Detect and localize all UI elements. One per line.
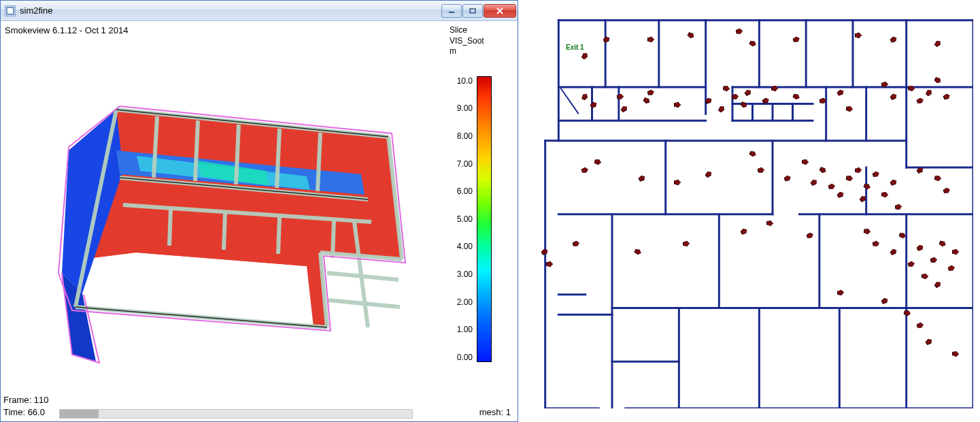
- agent-marker: [846, 175, 854, 182]
- agent-marker: [748, 150, 756, 158]
- agent-marker: [858, 195, 867, 204]
- agent-marker: [686, 31, 695, 39]
- progress-fill: [60, 410, 99, 418]
- agent-marker: [837, 88, 845, 97]
- agent-marker: [603, 35, 611, 44]
- agent-marker: [744, 88, 753, 97]
- progress-bar[interactable]: [59, 409, 413, 419]
- legend-unit: m: [450, 46, 511, 57]
- tick: 7.00: [450, 159, 473, 169]
- agent-marker: [634, 248, 642, 256]
- maximize-icon: [469, 8, 476, 14]
- window-buttons: [441, 4, 516, 18]
- agent-marker: [674, 102, 681, 108]
- svg-line-19: [195, 120, 198, 181]
- agent-marker: [647, 37, 654, 42]
- legend-title: Slice: [450, 25, 511, 36]
- visibility-slice[interactable]: [28, 69, 409, 368]
- agent-marker: [819, 166, 828, 174]
- agent-marker: [748, 40, 756, 48]
- agent-marker: [872, 171, 880, 178]
- tick: 10.0: [450, 76, 473, 86]
- frame-info: Frame: 110 Time: 66.0: [3, 394, 48, 419]
- tick: 3.00: [450, 270, 473, 279]
- agent-marker: [864, 228, 871, 235]
- svg-line-21: [277, 129, 280, 188]
- agent-marker: [581, 167, 589, 174]
- agent-marker: [647, 89, 655, 96]
- titlebar[interactable]: sim2fine: [1, 1, 518, 21]
- svg-line-28: [333, 221, 334, 258]
- agent-marker: [674, 180, 681, 185]
- agent-marker: [907, 261, 915, 267]
- agent-marker: [881, 192, 889, 198]
- tick: 4.00: [450, 242, 473, 251]
- agent-marker: [620, 105, 629, 114]
- agent-marker: [846, 106, 854, 112]
- close-icon: [496, 7, 504, 14]
- agent-marker: [890, 178, 898, 186]
- svg-line-26: [224, 212, 225, 250]
- window-title: sim2fine: [20, 5, 441, 16]
- minimize-button[interactable]: [441, 4, 462, 18]
- agent-marker: [934, 280, 943, 289]
- agent-marker: [943, 187, 951, 195]
- agent-marker: [903, 310, 911, 316]
- agent-marker: [572, 240, 580, 247]
- mesh-label: mesh: 1: [479, 407, 511, 417]
- agent-marker: [722, 85, 730, 92]
- agent-marker: [758, 167, 765, 174]
- agent-marker: [873, 240, 880, 247]
- svg-rect-1: [470, 9, 475, 13]
- tick: 0.00: [450, 353, 473, 362]
- tick: 6.00: [450, 186, 473, 196]
- legend-variable: VIS_Soot: [450, 36, 511, 47]
- agent-marker: [934, 76, 943, 84]
- evacuation-panel: Exit 1: [518, 0, 980, 422]
- legend: Slice VIS_Soot m 10.0 9.00 8.00 7.00 6.0…: [450, 25, 511, 362]
- agent-marker: [541, 248, 550, 256]
- agent-marker: [916, 244, 925, 252]
- agent-marker: [771, 86, 778, 91]
- agent-marker: [820, 97, 827, 104]
- agent-marker: [890, 35, 898, 44]
- agent-marker: [810, 178, 819, 186]
- agent-marker: [947, 265, 955, 272]
- agent-marker: [616, 94, 624, 100]
- agent-marker: [802, 159, 809, 165]
- agent-marker: [921, 274, 928, 280]
- agent-marker: [890, 248, 898, 256]
- agents-layer: [532, 7, 973, 415]
- agent-marker: [581, 52, 590, 61]
- time-label: Time: 66.0: [3, 406, 48, 419]
- agent-marker: [828, 183, 836, 190]
- close-button[interactable]: [484, 4, 516, 18]
- agent-marker: [590, 101, 598, 109]
- agent-marker: [704, 97, 713, 105]
- agent-marker: [792, 93, 800, 101]
- agent-marker: [792, 36, 800, 44]
- svg-line-22: [318, 133, 320, 191]
- agent-marker: [594, 159, 602, 165]
- agent-marker: [925, 338, 934, 346]
- tick: 9.00: [450, 103, 473, 113]
- agent-marker: [783, 174, 792, 182]
- agent-marker: [916, 166, 925, 174]
- smokeview-window: sim2fine Smokeview 6.1.12 - Oct 1 2014: [0, 0, 518, 422]
- client-area: Smokeview 6.1.12 - Oct 1 2014: [1, 21, 518, 421]
- svg-line-25: [169, 208, 171, 246]
- legend-ticks: 10.0 9.00 8.00 7.00 6.00 5.00 4.00 3.00 …: [450, 76, 477, 362]
- maximize-button[interactable]: [462, 4, 483, 18]
- agent-marker: [739, 101, 748, 109]
- version-label: Smokeview 6.1.12 - Oct 1 2014: [5, 25, 128, 35]
- tick: 2.00: [450, 297, 473, 307]
- agent-marker: [894, 204, 902, 210]
- agent-marker: [930, 257, 937, 263]
- agent-marker: [855, 33, 862, 38]
- agent-marker: [881, 297, 890, 305]
- agent-marker: [916, 97, 924, 105]
- colorbar: [477, 76, 492, 362]
- agent-marker: [704, 170, 713, 179]
- agent-marker: [837, 191, 845, 199]
- tick: 1.00: [450, 325, 473, 334]
